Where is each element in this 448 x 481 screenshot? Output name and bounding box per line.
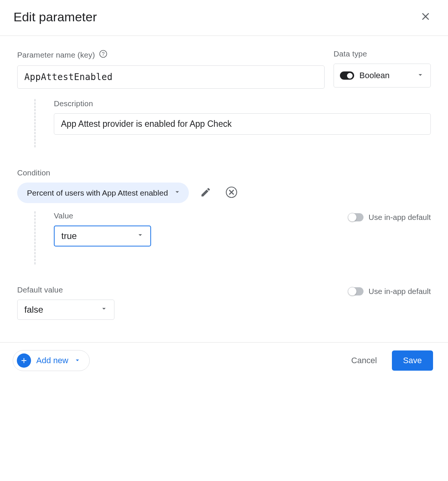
chevron-down-icon (74, 356, 81, 365)
param-name-label-text: Parameter name (key) (17, 50, 95, 59)
help-icon[interactable]: ? (99, 49, 108, 60)
condition-inapp-toggle[interactable] (349, 213, 363, 221)
description-label: Description (54, 99, 431, 108)
default-inapp-label: Use in-app default (369, 287, 431, 296)
close-button[interactable] (418, 9, 433, 25)
condition-chip[interactable]: Percent of users with App Attest enabled (17, 183, 189, 203)
param-top-row: Parameter name (key) ? Data type Boolean (17, 49, 431, 89)
boolean-icon (340, 71, 354, 80)
chevron-down-icon (136, 231, 144, 241)
default-value-text: false (24, 304, 43, 315)
dialog-header: Edit parameter (0, 0, 448, 36)
condition-row: Percent of users with App Attest enabled (17, 183, 431, 203)
condition-value-row: Value true Use in-app default (54, 211, 431, 246)
edit-parameter-dialog: Edit parameter Parameter name (key) ? Da… (0, 0, 448, 379)
data-type-value: Boolean (359, 71, 390, 80)
chevron-down-icon (173, 188, 181, 198)
data-type-select[interactable]: Boolean (334, 64, 431, 88)
description-input[interactable] (54, 113, 431, 135)
dialog-content: Parameter name (key) ? Data type Boolean (0, 36, 448, 342)
default-value-select[interactable]: false (17, 300, 114, 320)
condition-value-left: Value true (54, 211, 151, 246)
chevron-down-icon (416, 71, 424, 80)
footer-actions: Cancel Save (349, 350, 433, 371)
condition-value-select[interactable]: true (54, 226, 151, 246)
condition-value-block: Value true Use in-app default (34, 211, 431, 264)
default-value-label: Default value (17, 285, 114, 294)
data-type-column: Data type Boolean (334, 49, 431, 89)
plus-icon (17, 353, 31, 368)
close-icon (420, 10, 432, 22)
pencil-icon (200, 187, 211, 198)
default-inapp-toggle-row: Use in-app default (349, 287, 431, 296)
add-new-label: Add new (36, 356, 68, 365)
chevron-down-icon (100, 304, 108, 315)
default-value-section: Default value false Use in-app default (17, 285, 431, 320)
remove-condition-button[interactable] (223, 183, 240, 202)
save-button[interactable]: Save (392, 350, 433, 371)
dialog-title: Edit parameter (13, 10, 97, 24)
edit-condition-button[interactable] (198, 184, 214, 201)
cancel-button[interactable]: Cancel (349, 355, 379, 366)
condition-label: Condition (17, 168, 431, 177)
add-new-button[interactable]: Add new (13, 350, 90, 371)
remove-circle-icon (225, 186, 238, 199)
param-name-column: Parameter name (key) ? (17, 49, 325, 89)
default-inapp-toggle[interactable] (349, 287, 363, 295)
param-name-input[interactable] (17, 65, 325, 89)
param-name-label: Parameter name (key) ? (17, 49, 325, 60)
condition-value-label: Value (54, 211, 151, 220)
condition-chip-text: Percent of users with App Attest enabled (27, 189, 168, 197)
condition-inapp-toggle-row: Use in-app default (349, 213, 431, 222)
data-type-label: Data type (334, 49, 431, 58)
default-value-left: Default value false (17, 285, 114, 320)
description-block: Description (34, 99, 431, 147)
dialog-footer: Add new Cancel Save (0, 342, 448, 379)
condition-inapp-label: Use in-app default (369, 213, 431, 222)
svg-text:?: ? (102, 51, 105, 57)
condition-section: Condition Percent of users with App Atte… (17, 168, 431, 264)
condition-value-text: true (61, 231, 77, 241)
